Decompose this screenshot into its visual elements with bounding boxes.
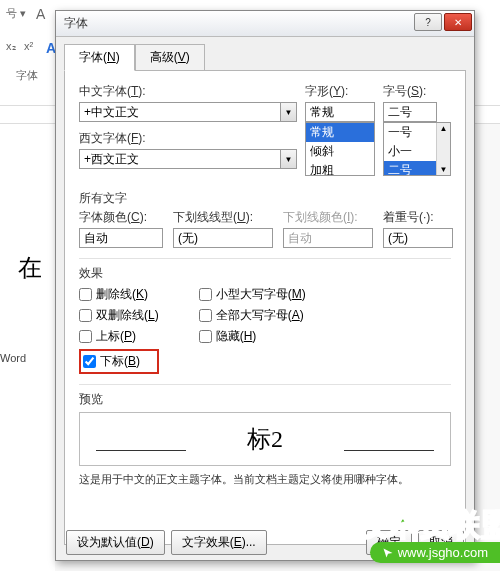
font-size-input[interactable] [384,103,500,121]
list-item[interactable]: 倾斜 [306,142,374,161]
font-style-list[interactable]: 常规 倾斜 加粗 [305,122,375,176]
superscript-checkbox[interactable]: 上标(P) [79,328,159,345]
dialog-title: 字体 [64,15,88,32]
watermark: 技术员联盟 www.jsgho.com [357,505,500,563]
set-default-button[interactable]: 设为默认值(D) [66,530,165,555]
preview-label: 预览 [79,392,103,406]
font-group-label: 字体 [16,68,38,83]
grow-font-icon[interactable]: A [36,6,45,22]
strike-checkbox[interactable]: 删除线(K) [79,286,159,303]
tab-advanced[interactable]: 高级(V) [135,44,205,71]
tab-font[interactable]: 字体(N) [64,44,135,71]
doc-char: 在 [18,252,42,284]
divider [79,258,451,259]
hidden-checkbox[interactable]: 隐藏(H) [199,328,306,345]
watermark-url: www.jsgho.com [370,542,500,563]
preview-note: 这是用于中文的正文主题字体。当前文档主题定义将使用哪种字体。 [79,472,451,487]
chevron-down-icon[interactable]: ▼ [280,150,296,168]
document-area: 在 Word [0,124,55,571]
underline-color-label: 下划线颜色(I): [283,209,373,226]
emphasis-input[interactable] [384,229,500,247]
font-style-label: 字形(Y): [305,83,375,100]
font-size-input-wrap[interactable] [383,102,437,122]
close-button[interactable]: ✕ [444,13,472,31]
underline-type-combo[interactable]: ▼ [173,228,273,248]
subscript-highlight: 下标(B) [79,349,159,374]
tabs: 字体(N) 高级(V) [56,37,474,70]
allcaps-checkbox[interactable]: 全部大写字母(A) [199,307,306,324]
watermark-brand: 技术员联盟 [357,505,500,546]
all-text-label: 所有文字 [79,191,127,205]
west-font-combo[interactable]: ▼ [79,149,297,169]
font-size-list[interactable]: 一号 小一 二号 ▲▼ [383,122,451,176]
underline-color-combo: ▼ [283,228,373,248]
subscript-btn[interactable]: x₂ [6,40,16,53]
cn-font-label: 中文字体(T): [79,83,297,100]
effects-label: 效果 [79,266,103,280]
font-color-label: 字体颜色(C): [79,209,163,226]
list-item[interactable]: 加粗 [306,161,374,176]
superscript-btn[interactable]: x² [24,40,33,52]
font-style-input-wrap[interactable] [305,102,375,122]
chevron-down-icon[interactable]: ▼ [280,103,296,121]
list-item[interactable]: 常规 [306,123,374,142]
emphasis-combo[interactable]: ▼ [383,228,453,248]
divider [79,384,451,385]
titlebar: 字体 ? ✕ [56,11,474,37]
cursor-icon [382,547,394,559]
preview-box: 标2 [79,412,451,466]
font-size-dd[interactable]: 号 ▾ [6,6,26,21]
scrollbar[interactable]: ▲▼ [436,123,450,175]
preview-text: 标2 [247,423,283,455]
west-font-input[interactable] [80,150,280,168]
double-strike-checkbox[interactable]: 双删除线(L) [79,307,159,324]
font-dialog: 字体 ? ✕ 字体(N) 高级(V) 中文字体(T): ▼ 西文字体(F): ▼ [55,10,475,561]
west-font-label: 西文字体(F): [79,130,297,147]
tabpanel-font: 中文字体(T): ▼ 西文字体(F): ▼ 字形(Y): 常规 倾斜 [64,70,466,545]
cn-font-combo[interactable]: ▼ [79,102,297,122]
cn-font-input[interactable] [80,103,280,121]
smallcaps-checkbox[interactable]: 小型大写字母(M) [199,286,306,303]
status-word: Word [0,352,26,364]
text-effect-button[interactable]: 文字效果(E)... [171,530,267,555]
subscript-checkbox[interactable]: 下标(B) [83,353,140,370]
help-button[interactable]: ? [414,13,442,31]
underline-type-label: 下划线线型(U): [173,209,273,226]
font-size-label: 字号(S): [383,83,451,100]
font-color-combo[interactable]: ▼ [79,228,163,248]
emphasis-label: 着重号(·): [383,209,453,226]
